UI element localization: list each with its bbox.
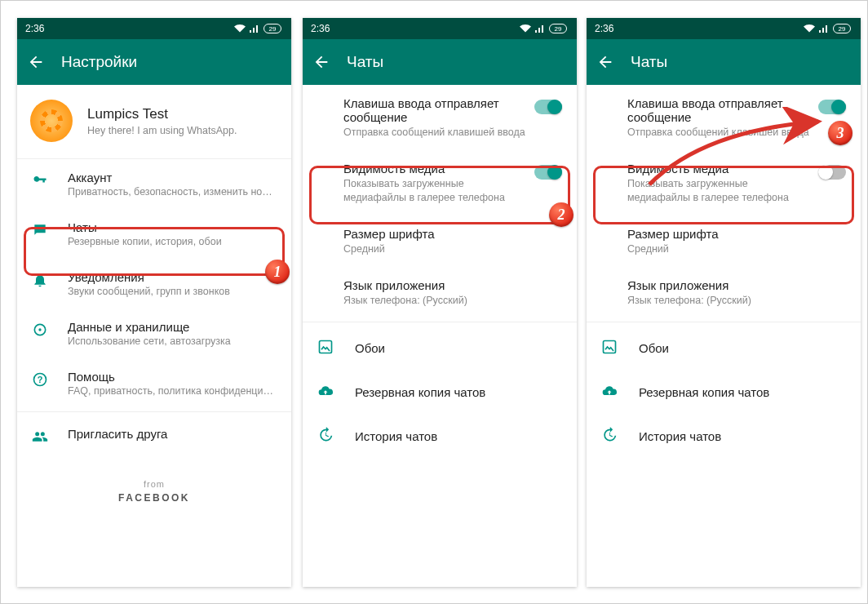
- setting-sub: Показывать загруженные медиафайлы в гале…: [343, 177, 528, 204]
- setting-title: Клавиша ввода отправляет сообщение: [627, 96, 812, 124]
- setting-app-language[interactable]: Язык приложения Язык телефона: (Русский): [303, 267, 577, 318]
- item-title: Аккаунт: [68, 171, 278, 184]
- item-sub: Использование сети, автозагрузка: [68, 335, 278, 347]
- footer-brand: FACEBOOK: [17, 492, 291, 504]
- setting-title: Язык приложения: [627, 278, 846, 292]
- battery-icon: 29: [264, 24, 283, 33]
- row-title: История чатов: [355, 429, 437, 443]
- back-icon[interactable]: [312, 53, 330, 71]
- app-bar: Настройки: [17, 39, 291, 85]
- data-icon: [30, 320, 50, 340]
- phone-chats-off: 2:36 29 Чаты Клавиша ввода отправляет со…: [587, 18, 861, 587]
- row-backup[interactable]: Резервная копия чатов: [303, 370, 577, 414]
- settings-item-chats[interactable]: Чаты Резервные копии, история, обои: [17, 209, 291, 259]
- setting-sub: Отправка сообщений клавишей ввода: [627, 126, 812, 139]
- setting-title: Видимость медиа: [343, 162, 528, 175]
- setting-title: Размер шрифта: [343, 227, 562, 241]
- status-time: 2:36: [595, 23, 613, 34]
- help-icon: ?: [30, 370, 50, 389]
- back-icon[interactable]: [27, 53, 45, 71]
- switch-media-visibility[interactable]: [818, 165, 846, 180]
- row-title: История чатов: [639, 429, 721, 443]
- profile-status: Hey there! I am using WhatsApp.: [87, 125, 237, 136]
- chat-icon: [30, 220, 50, 240]
- row-history[interactable]: История чатов: [303, 414, 577, 458]
- settings-item-account[interactable]: Аккаунт Приватность, безопасность, измен…: [17, 159, 291, 209]
- row-title: Обои: [355, 341, 385, 355]
- item-title: Чаты: [68, 220, 278, 234]
- switch-media-visibility[interactable]: [534, 165, 562, 180]
- profile-name: Lumpics Test: [87, 106, 237, 122]
- setting-sub: Язык телефона: (Русский): [343, 294, 562, 307]
- setting-enter-send[interactable]: Клавиша ввода отправляет сообщение Отпра…: [303, 85, 577, 150]
- row-backup[interactable]: Резервная копия чатов: [587, 370, 861, 414]
- item-title: Уведомления: [68, 270, 278, 284]
- history-icon: [601, 427, 619, 445]
- step-badge-3: 3: [828, 121, 852, 145]
- back-icon[interactable]: [596, 53, 614, 71]
- settings-item-data[interactable]: Данные и хранилище Использование сети, а…: [17, 309, 291, 358]
- setting-font-size[interactable]: Размер шрифта Средний: [587, 215, 861, 267]
- item-title: Данные и хранилище: [68, 320, 278, 334]
- setting-sub: Средний: [343, 242, 562, 255]
- wifi-icon: [520, 24, 531, 33]
- footer-from: from: [17, 479, 291, 489]
- profile-row[interactable]: Lumpics Test Hey there! I am using Whats…: [17, 85, 291, 159]
- step-badge-2: 2: [549, 202, 574, 227]
- setting-media-visibility[interactable]: Видимость медиа Показывать загруженные м…: [587, 150, 861, 215]
- signal-icon: [818, 24, 830, 33]
- status-right: 29: [520, 24, 569, 33]
- svg-rect-11: [604, 341, 616, 353]
- status-right: 29: [234, 24, 283, 33]
- setting-title: Язык приложения: [343, 278, 562, 292]
- cloud-upload-icon: [601, 383, 619, 401]
- setting-sub: Отправка сообщений клавишей ввода: [343, 126, 528, 139]
- svg-text:29: 29: [269, 25, 277, 33]
- setting-media-visibility[interactable]: Видимость медиа Показывать загруженные м…: [303, 150, 577, 215]
- row-history[interactable]: История чатов: [587, 414, 861, 458]
- svg-text:29: 29: [839, 25, 846, 33]
- appbar-title: Чаты: [347, 53, 383, 71]
- setting-sub: Показывать загруженные медиафайлы в гале…: [627, 177, 812, 204]
- row-wallpaper[interactable]: Обои: [303, 326, 577, 370]
- setting-app-language[interactable]: Язык приложения Язык телефона: (Русский): [587, 267, 861, 318]
- svg-text:?: ?: [38, 375, 43, 384]
- settings-item-notifications[interactable]: Уведомления Звуки сообщений, групп и зво…: [17, 259, 291, 309]
- settings-item-help[interactable]: ? Помощь FAQ, приватность, политика конф…: [17, 358, 291, 408]
- setting-font-size[interactable]: Размер шрифта Средний: [303, 215, 577, 267]
- wifi-icon: [234, 24, 246, 33]
- wallpaper-icon: [601, 339, 619, 357]
- bell-icon: [30, 270, 50, 290]
- switch-enter-send[interactable]: [818, 100, 846, 114]
- appbar-title: Настройки: [61, 53, 137, 71]
- item-sub: Резервные копии, история, обои: [68, 236, 278, 247]
- row-title: Обои: [639, 341, 669, 355]
- divider: [17, 411, 291, 412]
- signal-icon: [249, 24, 260, 33]
- svg-point-3: [38, 328, 41, 331]
- phone-chats-on: 2:36 29 Чаты Клавиша ввода отправляет со…: [303, 18, 577, 587]
- signal-icon: [534, 24, 546, 33]
- row-title: Резервная копия чатов: [639, 385, 769, 399]
- phone-settings: 2:36 29 Настройки Lumpics Test Hey there…: [17, 18, 291, 587]
- battery-icon: 29: [833, 24, 852, 33]
- divider: [303, 322, 577, 322]
- item-title: Помощь: [68, 370, 278, 384]
- status-time: 2:36: [25, 23, 44, 34]
- item-sub: FAQ, приватность, политика конфиденциаль…: [68, 385, 278, 397]
- setting-sub: Язык телефона: (Русский): [627, 294, 846, 307]
- switch-enter-send[interactable]: [534, 100, 562, 114]
- history-icon: [317, 427, 335, 445]
- row-wallpaper[interactable]: Обои: [587, 326, 861, 370]
- setting-title: Видимость медиа: [627, 162, 812, 175]
- status-bar: 2:36 29: [17, 18, 291, 39]
- setting-enter-send[interactable]: Клавиша ввода отправляет сообщение Отпра…: [587, 85, 861, 150]
- avatar-icon: [30, 100, 73, 142]
- settings-item-invite[interactable]: Пригласить друга: [17, 415, 291, 458]
- item-sub: Звуки сообщений, групп и звонков: [68, 286, 278, 297]
- divider: [587, 322, 861, 322]
- row-title: Резервная копия чатов: [355, 385, 485, 399]
- wifi-icon: [804, 24, 815, 33]
- footer: from FACEBOOK: [17, 479, 291, 504]
- setting-title: Размер шрифта: [627, 227, 846, 241]
